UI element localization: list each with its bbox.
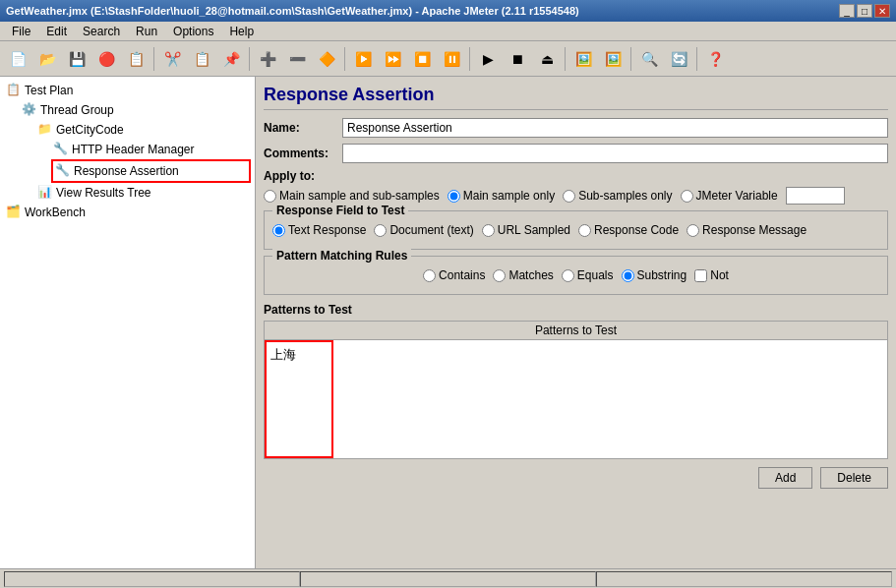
copy-button[interactable]: 📋 — [188, 45, 215, 73]
saveas-button[interactable]: 📋 — [122, 45, 149, 73]
radio-contains[interactable] — [423, 269, 436, 282]
title-text: GetWeather.jmx (E:\StashFolder\huoli_28@… — [6, 5, 579, 17]
apply-jmeter-var[interactable]: JMeter Variable — [681, 189, 778, 203]
save-button[interactable]: 💾 — [63, 45, 90, 73]
patterns-area: Patterns to Test Patterns to Test 上海 Add… — [264, 303, 888, 489]
maximize-button[interactable]: □ — [857, 4, 872, 18]
apply-sub-only[interactable]: Sub-samples only — [563, 189, 672, 203]
pattern-equals[interactable]: Equals — [562, 268, 614, 282]
name-row: Name: — [264, 118, 888, 138]
menu-edit[interactable]: Edit — [38, 24, 75, 39]
apply-main-sub-label: Main sample and sub-samples — [279, 189, 440, 203]
tree-item-test-plan[interactable]: 📋 Test Plan — [4, 81, 251, 100]
cut-button[interactable]: ✂️ — [158, 45, 186, 73]
field-document[interactable]: Document (text) — [374, 223, 473, 237]
field-url-sampled[interactable]: URL Sampled — [482, 223, 570, 237]
pattern-cell-0[interactable]: 上海 — [265, 340, 333, 458]
open-button[interactable]: 📂 — [33, 45, 61, 73]
start-nopause-button[interactable]: ⏩ — [379, 45, 406, 73]
pattern-not[interactable]: Not — [694, 268, 729, 282]
get-city-code-icon: 📁 — [37, 122, 53, 138]
checkbox-not[interactable] — [694, 269, 707, 282]
pattern-matching-group: Contains Matches Equals Substring Not — [272, 268, 879, 282]
pattern-contains[interactable]: Contains — [423, 268, 485, 282]
tree-item-view-results[interactable]: 📊 View Results Tree — [35, 183, 251, 203]
radio-document[interactable] — [374, 224, 387, 237]
add-pattern-button[interactable]: Add — [758, 467, 812, 489]
apply-main-only[interactable]: Main sample only — [448, 189, 555, 203]
thread-group-label: Thread Group — [40, 103, 114, 117]
menu-file[interactable]: File — [4, 24, 38, 39]
clear-button[interactable]: 🔶 — [313, 45, 340, 73]
remove-button[interactable]: ➖ — [283, 45, 311, 73]
reset-button[interactable]: 🔄 — [665, 45, 692, 73]
menu-run[interactable]: Run — [128, 24, 165, 39]
paste-button[interactable]: 📌 — [217, 45, 245, 73]
menu-search[interactable]: Search — [75, 24, 128, 39]
tree-item-http-header[interactable]: 🔧 HTTP Header Manager — [51, 140, 251, 159]
status-segment-3 — [596, 571, 892, 587]
radio-response-code[interactable] — [578, 224, 591, 237]
separator-3 — [344, 47, 345, 71]
radio-sub-only[interactable] — [563, 190, 575, 203]
radio-url-sampled[interactable] — [482, 224, 495, 237]
help-button[interactable]: ❓ — [701, 45, 729, 73]
tree-item-get-city-code[interactable]: 📁 GetCityCode — [35, 120, 251, 140]
text-response-label: Text Response — [288, 223, 366, 237]
close-doc-button[interactable]: 🔴 — [92, 45, 120, 73]
field-response-message[interactable]: Response Message — [687, 223, 806, 237]
not-label: Not — [710, 268, 729, 282]
radio-text-response[interactable] — [272, 224, 285, 237]
minimize-button[interactable]: _ — [839, 4, 855, 18]
shutdown-button[interactable]: ⏸️ — [438, 45, 465, 73]
menu-help[interactable]: Help — [221, 24, 262, 39]
apply-main-sub[interactable]: Main sample and sub-samples — [264, 189, 440, 203]
name-label: Name: — [264, 121, 342, 135]
radio-substring[interactable] — [622, 269, 634, 282]
workbench-icon: 🗂️ — [6, 205, 22, 220]
comments-input[interactable] — [342, 144, 888, 163]
radio-matches[interactable] — [493, 269, 506, 282]
remote-start-button[interactable]: ▶ — [474, 45, 502, 73]
radio-main-sub[interactable] — [264, 190, 276, 203]
field-text-response[interactable]: Text Response — [272, 223, 366, 237]
patterns-empty — [333, 340, 887, 458]
comments-row: Comments: — [264, 144, 888, 163]
close-button[interactable]: ✕ — [874, 4, 890, 18]
add-button[interactable]: ➕ — [254, 45, 281, 73]
search-tool-button[interactable]: 🔍 — [635, 45, 663, 73]
patterns-table-container: Patterns to Test 上海 — [264, 321, 888, 459]
pattern-substring[interactable]: Substring — [622, 268, 687, 282]
image-btn1[interactable]: 🖼️ — [569, 45, 597, 73]
tree-item-workbench[interactable]: 🗂️ WorkBench — [4, 203, 251, 222]
delete-pattern-button[interactable]: Delete — [820, 467, 888, 489]
new-button[interactable]: 📄 — [4, 45, 31, 73]
image-btn2[interactable]: 🖼️ — [599, 45, 627, 73]
menu-options[interactable]: Options — [165, 24, 221, 39]
start-button[interactable]: ▶️ — [349, 45, 377, 73]
remote-stop-button[interactable]: ⏹ — [504, 45, 531, 73]
jmeter-var-input[interactable] — [786, 187, 845, 205]
stop-button[interactable]: ⏹️ — [408, 45, 436, 73]
window-controls: _ □ ✕ — [839, 4, 890, 18]
panel-title: Response Assertion — [264, 85, 888, 110]
get-city-code-label: GetCityCode — [56, 123, 124, 137]
name-input[interactable] — [342, 118, 888, 138]
radio-equals[interactable] — [562, 269, 574, 282]
tree-item-response-assertion[interactable]: 🔧 Response Assertion — [51, 159, 251, 183]
response-message-label: Response Message — [702, 223, 806, 237]
main-content: 📋 Test Plan ⚙️ Thread Group 📁 GetCityCod… — [0, 77, 896, 568]
radio-jmeter-var[interactable] — [681, 190, 693, 203]
test-plan-label: Test Plan — [25, 84, 73, 97]
pattern-matches[interactable]: Matches — [493, 268, 553, 282]
pattern-value-0: 上海 — [270, 347, 296, 362]
pattern-matching-section: Pattern Matching Rules Contains Matches … — [264, 256, 888, 295]
radio-main-only[interactable] — [448, 190, 460, 203]
apply-to-label: Apply to: — [264, 169, 888, 183]
radio-response-message[interactable] — [687, 224, 699, 237]
remote-stop-all-button[interactable]: ⏏ — [533, 45, 561, 73]
patterns-table-header: Patterns to Test — [265, 322, 887, 340]
tree-item-thread-group[interactable]: ⚙️ Thread Group — [20, 100, 251, 120]
title-bar: GetWeather.jmx (E:\StashFolder\huoli_28@… — [0, 0, 896, 22]
field-response-code[interactable]: Response Code — [578, 223, 679, 237]
